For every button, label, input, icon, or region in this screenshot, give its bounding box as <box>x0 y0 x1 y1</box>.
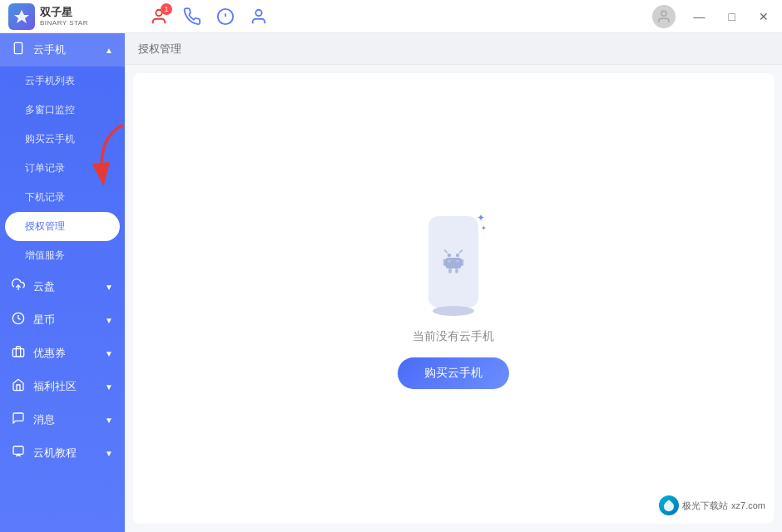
star-coins-icon <box>12 312 27 328</box>
page-title: 授权管理 <box>138 42 181 57</box>
cloud-disk-icon <box>12 278 27 295</box>
sparkle-1: ✦ <box>477 212 485 224</box>
cloud-phone-icon <box>12 42 27 58</box>
messages-label: 消息 <box>33 412 98 427</box>
phone-shadow <box>433 306 474 316</box>
title-bar: 双子星 BINARY STAR 1 <box>0 0 782 33</box>
user-btn[interactable] <box>250 7 268 26</box>
messages-arrow: ▼ <box>105 416 113 425</box>
svg-rect-12 <box>13 446 23 454</box>
svg-point-14 <box>448 254 451 257</box>
watermark: 极光下载站 xz7.com <box>659 495 765 515</box>
content-header: 授权管理 <box>125 33 782 65</box>
messages-icon <box>12 411 27 428</box>
main-layout: 云手机 ▲ 云手机列表 多窗口监控 购买云手机 订单记录 下机记录 授权管理 增… <box>0 33 782 532</box>
svg-line-21 <box>444 250 448 254</box>
window-controls: — □ ✕ <box>652 5 774 28</box>
sidebar-item-offline[interactable]: 下机记录 <box>0 183 125 212</box>
svg-point-5 <box>255 9 261 15</box>
svg-rect-20 <box>455 268 458 273</box>
phone-btn[interactable] <box>183 7 201 26</box>
svg-rect-16 <box>446 258 462 268</box>
coupons-label: 优惠券 <box>33 346 98 361</box>
svg-point-23 <box>448 260 451 263</box>
svg-point-24 <box>457 260 459 263</box>
logo-cn: 双子星 <box>40 6 88 19</box>
sidebar-community-header[interactable]: 福利社区 ▼ <box>0 370 125 403</box>
sidebar-item-auth[interactable]: 授权管理 <box>5 212 120 241</box>
sidebar-coupons-header[interactable]: 优惠券 ▼ <box>0 337 125 370</box>
toolbar-icons: 1 <box>150 7 268 26</box>
app-logo: 双子星 BINARY STAR <box>8 3 133 30</box>
maximize-btn[interactable]: □ <box>724 8 740 25</box>
content-body: ✦ ✦ 当前没有云手机 购买云手机 极光下载站 xz7.com <box>133 73 774 524</box>
coupons-icon <box>12 345 27 362</box>
logo-en: BINARY STAR <box>40 19 88 27</box>
phone-body <box>428 216 478 308</box>
sidebar-item-phone-list[interactable]: 云手机列表 <box>0 66 125 96</box>
star-coins-arrow: ▼ <box>105 316 113 325</box>
svg-rect-18 <box>461 259 464 266</box>
svg-point-6 <box>661 11 666 16</box>
coupons-arrow: ▼ <box>105 349 113 358</box>
empty-text: 当前没有云手机 <box>413 329 494 344</box>
svg-point-15 <box>456 254 459 257</box>
cloud-phone-arrow: ▲ <box>105 46 113 55</box>
sidebar-item-value-services[interactable]: 增值服务 <box>0 241 125 270</box>
sidebar-star-coins-header[interactable]: 星币 ▼ <box>0 303 125 337</box>
phone-illustration: ✦ ✦ <box>420 208 487 316</box>
empty-state: ✦ ✦ 当前没有云手机 购买云手机 <box>398 208 509 389</box>
svg-rect-19 <box>448 268 452 273</box>
sidebar-item-buy-phone[interactable]: 购买云手机 <box>0 125 125 154</box>
tutorials-arrow: ▼ <box>105 449 113 458</box>
user-avatar[interactable] <box>652 5 676 28</box>
community-arrow: ▼ <box>105 382 113 392</box>
sidebar-item-multi-monitor[interactable]: 多窗口监控 <box>0 96 125 125</box>
minimize-btn[interactable]: — <box>689 8 710 25</box>
logo-icon <box>8 3 35 30</box>
logo-text: 双子星 BINARY STAR <box>40 6 88 27</box>
sidebar-messages-header[interactable]: 消息 ▼ <box>0 403 125 436</box>
info-btn[interactable] <box>216 7 235 26</box>
cloud-disk-label: 云盘 <box>33 279 98 294</box>
android-icon <box>438 247 468 277</box>
tutorials-label: 云机教程 <box>33 446 98 461</box>
sidebar-tutorials-header[interactable]: 云机教程 ▼ <box>0 436 125 470</box>
content-area: 授权管理 <box>125 33 782 532</box>
notification-badge: 1 <box>161 3 172 15</box>
sparkle-2: ✦ <box>481 224 487 232</box>
cloud-phone-label: 云手机 <box>33 42 98 57</box>
svg-line-22 <box>459 250 463 254</box>
close-btn[interactable]: ✕ <box>754 8 774 25</box>
sidebar-item-orders[interactable]: 订单记录 <box>0 154 125 183</box>
community-label: 福利社区 <box>33 379 98 394</box>
sidebar-cloud-phone-header[interactable]: 云手机 ▲ <box>0 33 125 66</box>
community-icon <box>12 378 27 395</box>
tutorials-icon <box>12 445 27 461</box>
sidebar-cloud-disk-header[interactable]: 云盘 ▼ <box>0 270 125 303</box>
watermark-logo <box>659 495 679 515</box>
notification-btn[interactable]: 1 <box>150 7 168 26</box>
cloud-disk-arrow: ▼ <box>105 283 113 292</box>
sidebar: 云手机 ▲ 云手机列表 多窗口监控 购买云手机 订单记录 下机记录 授权管理 增… <box>0 33 125 532</box>
svg-rect-17 <box>443 259 447 266</box>
buy-cloud-phone-btn[interactable]: 购买云手机 <box>398 357 509 389</box>
star-coins-label: 星币 <box>33 313 98 328</box>
svg-marker-0 <box>14 10 29 23</box>
watermark-site: xz7.com <box>731 500 765 510</box>
svg-rect-11 <box>12 349 23 357</box>
watermark-text: 极光下载站 <box>682 500 728 512</box>
